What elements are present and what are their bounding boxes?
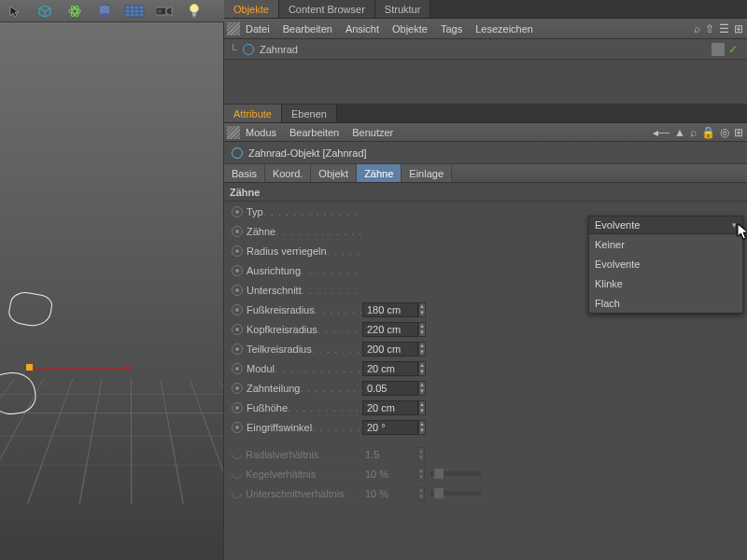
param-label: Eingriffswinkel xyxy=(247,422,362,433)
radio-icon[interactable] xyxy=(232,304,243,315)
menu-modus[interactable]: Modus xyxy=(246,127,276,138)
param-row: Eingriffswinkel20 °▲▼ xyxy=(224,417,747,437)
radio-icon[interactable] xyxy=(232,343,243,355)
list-icon[interactable]: ☰ xyxy=(719,22,729,35)
object-tree-empty xyxy=(224,60,747,105)
objects-tabs: Objekte Content Browser Struktur xyxy=(224,0,747,19)
dropdown-option[interactable]: Klinke xyxy=(589,273,742,293)
dropdown-selected[interactable]: Evolvente ▾ xyxy=(589,217,742,234)
param-row: Kopfkreisradius220 cm▲▼ xyxy=(224,319,747,339)
slider xyxy=(430,471,481,476)
tool-atom-icon[interactable] xyxy=(63,0,86,22)
menu-ansicht[interactable]: Ansicht xyxy=(345,23,379,35)
object-label: Zahnrad xyxy=(260,44,298,55)
object-tree-row[interactable]: └ Zahnrad ✓ xyxy=(224,39,747,60)
tab-content-browser[interactable]: Content Browser xyxy=(279,0,375,18)
param-value-field[interactable]: 200 cm xyxy=(362,342,418,357)
svg-rect-16 xyxy=(193,16,196,18)
param-label: Radialverhältnis xyxy=(246,449,361,460)
lock-icon[interactable]: 🔒 xyxy=(701,126,715,139)
layer-box-icon[interactable] xyxy=(712,43,725,56)
spinner-icon[interactable]: ▲▼ xyxy=(418,400,426,415)
dropdown-option[interactable]: Keiner xyxy=(589,234,742,254)
radio-icon[interactable] xyxy=(232,226,243,237)
ptab-einlage[interactable]: Einlage xyxy=(402,164,452,182)
menu-lesezeichen[interactable]: Lesezeichen xyxy=(475,23,533,35)
ptab-objekt[interactable]: Objekt xyxy=(311,164,357,182)
axis-x xyxy=(28,368,131,369)
viewport[interactable] xyxy=(0,22,224,560)
svg-point-5 xyxy=(100,13,109,17)
param-label: Unterschnittverhältnis xyxy=(246,488,361,499)
param-row: Fußhöhe20 cm▲▼ xyxy=(224,398,747,417)
param-value-field[interactable]: 20 ° xyxy=(362,420,418,435)
section-header: Zähne xyxy=(224,183,747,202)
tool-camera-icon[interactable] xyxy=(153,0,176,22)
spinner-icon[interactable]: ▲▼ xyxy=(418,361,426,376)
radio-icon[interactable] xyxy=(232,363,243,374)
ptab-zaehne[interactable]: Zähne xyxy=(357,164,402,182)
radio-icon[interactable] xyxy=(232,265,243,276)
param-label: Ausrichtung xyxy=(247,265,362,276)
ptab-basis[interactable]: Basis xyxy=(224,164,265,182)
radio-icon[interactable] xyxy=(232,422,243,433)
tool-plane-icon[interactable] xyxy=(123,0,146,22)
param-value-field[interactable]: 20 cm xyxy=(362,361,418,376)
param-value-field[interactable]: 220 cm xyxy=(362,322,418,337)
menu-bearbeiten2[interactable]: Bearbeiten xyxy=(289,127,339,138)
radio-icon[interactable] xyxy=(232,402,243,413)
expand-icon[interactable]: ⊞ xyxy=(734,126,743,139)
slider xyxy=(430,491,481,496)
type-dropdown[interactable]: Evolvente ▾ Keiner Evolvente Klinke Flac… xyxy=(588,216,743,314)
spinner-icon: ▲▼ xyxy=(417,447,425,462)
arc-icon[interactable] xyxy=(230,447,245,462)
radio-icon[interactable] xyxy=(232,383,243,394)
tab-ebenen[interactable]: Ebenen xyxy=(282,105,337,122)
radio-icon[interactable] xyxy=(232,245,243,257)
chevron-down-icon: ▾ xyxy=(732,220,737,230)
tool-cursor-icon[interactable] xyxy=(4,0,26,22)
spinner-icon[interactable]: ▲▼ xyxy=(418,342,426,357)
nav-up-icon[interactable]: ▲ xyxy=(674,126,685,139)
menu-bearbeiten[interactable]: Bearbeiten xyxy=(283,23,332,35)
tool-cylinder-icon[interactable] xyxy=(93,0,116,22)
menu-benutzer[interactable]: Benutzer xyxy=(352,127,393,138)
param-value-field[interactable]: 180 cm xyxy=(362,302,418,317)
radio-icon[interactable] xyxy=(232,285,243,296)
arc-icon[interactable] xyxy=(230,467,245,482)
expand-icon[interactable]: ⊞ xyxy=(734,22,743,35)
tab-objekte[interactable]: Objekte xyxy=(224,0,279,18)
param-value-field[interactable]: 0.05 xyxy=(362,381,418,396)
menu-datei[interactable]: Datei xyxy=(246,23,270,35)
spinner-icon[interactable]: ▲▼ xyxy=(418,322,426,337)
axis-origin xyxy=(26,364,33,371)
spinner-icon[interactable]: ▲▼ xyxy=(418,302,426,317)
grip-icon[interactable] xyxy=(227,22,240,35)
spinner-icon[interactable]: ▲▼ xyxy=(418,381,426,396)
menu-objekte[interactable]: Objekte xyxy=(392,23,428,35)
spinner-icon: ▲▼ xyxy=(417,467,425,482)
spinner-icon[interactable]: ▲▼ xyxy=(418,420,426,435)
tab-attribute[interactable]: Attribute xyxy=(224,105,282,122)
home-icon[interactable]: ⇧ xyxy=(705,22,714,35)
target-icon[interactable]: ◎ xyxy=(720,126,729,139)
tool-3d-icon[interactable] xyxy=(34,0,56,22)
radio-icon[interactable] xyxy=(232,324,243,335)
menu-tags[interactable]: Tags xyxy=(441,23,462,35)
search-icon[interactable]: ⌕ xyxy=(690,126,697,139)
param-value-field: 10 % xyxy=(361,486,417,501)
tab-struktur[interactable]: Struktur xyxy=(375,0,431,18)
nav-back-icon[interactable]: ◂— xyxy=(653,126,669,139)
arc-icon[interactable] xyxy=(230,486,245,501)
visibility-check-icon[interactable]: ✓ xyxy=(728,43,738,56)
param-value-field[interactable]: 20 cm xyxy=(362,400,418,415)
radio-icon[interactable] xyxy=(232,206,243,217)
tool-light-icon[interactable] xyxy=(183,0,205,22)
dropdown-option[interactable]: Flach xyxy=(589,293,742,313)
param-row: Teilkreisradius200 cm▲▼ xyxy=(224,339,747,358)
spinner-icon: ▲▼ xyxy=(417,486,425,501)
grip-icon[interactable] xyxy=(227,126,240,139)
ptab-koord[interactable]: Koord. xyxy=(265,164,311,182)
search-icon[interactable]: ⌕ xyxy=(694,22,700,35)
dropdown-option[interactable]: Evolvente xyxy=(589,254,742,273)
